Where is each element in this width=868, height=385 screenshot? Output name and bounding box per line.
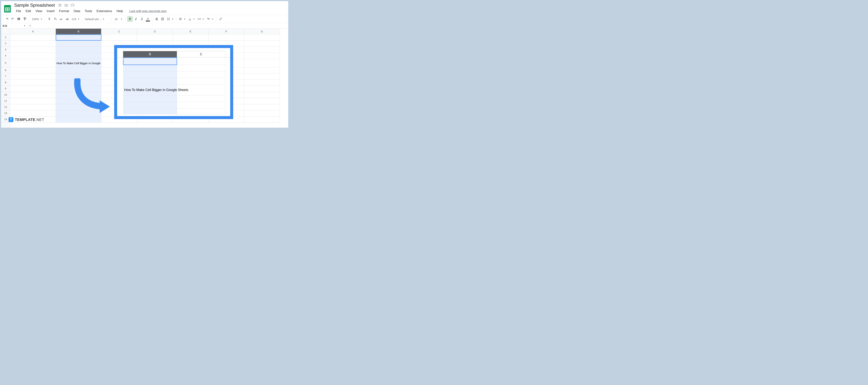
italic-button[interactable] [133, 16, 139, 22]
menu-tools[interactable]: Tools [83, 8, 94, 14]
zoom-dropdown[interactable]: 100%▼ [31, 18, 43, 21]
strikethrough-button[interactable] [139, 16, 145, 22]
cell-b5-text: How To Make Cell Bigger in Google Sheets [57, 62, 100, 65]
column-header[interactable]: D [137, 29, 173, 34]
document-title[interactable]: Sample Spreadsheet [14, 3, 55, 8]
namebox-row: B:B▼ fx [1, 23, 288, 29]
menu-help[interactable]: Help [115, 8, 125, 14]
title-icons [58, 3, 74, 7]
formula-bar[interactable]: fx [27, 24, 33, 28]
vertical-align-dropdown[interactable]: ▼ [187, 17, 196, 21]
more-formats-dropdown[interactable]: 123▼ [70, 18, 81, 21]
menu-extensions[interactable]: Extensions [95, 8, 114, 14]
format-currency-button[interactable]: $ [46, 16, 52, 22]
menu-data[interactable]: Data [72, 8, 82, 14]
horizontal-align-dropdown[interactable]: ▼ [178, 17, 187, 21]
name-box[interactable]: B:B▼ [1, 23, 27, 28]
column-headers: A B C D E F G [10, 29, 280, 34]
separator [216, 17, 216, 21]
row-header[interactable]: 1 [1, 34, 10, 40]
title-area: Sample Spreadsheet File Edit View Insert… [14, 3, 166, 15]
toolbar: 100%▼ $ % .0 .00 123▼ Default (Ari...▼ 1… [1, 15, 288, 23]
paint-format-button[interactable] [22, 16, 28, 22]
borders-button[interactable] [160, 16, 165, 22]
title-line: Sample Spreadsheet [14, 3, 166, 8]
menu-view[interactable]: View [34, 8, 44, 14]
menu-file[interactable]: File [14, 8, 23, 14]
inset-column-header-b: B [123, 51, 177, 57]
row-header[interactable]: 10 [1, 92, 10, 98]
text-rotation-dropdown[interactable]: ▼ [206, 17, 215, 21]
menu-edit[interactable]: Edit [24, 8, 33, 14]
menu-bar: File Edit View Insert Format Data Tools … [14, 8, 166, 15]
row-header[interactable]: 9 [1, 86, 10, 92]
row-header[interactable]: 2 [1, 40, 10, 47]
menu-insert[interactable]: Insert [45, 8, 57, 14]
row-header[interactable]: 7 [1, 73, 10, 80]
select-all-corner[interactable] [1, 29, 10, 34]
menu-format[interactable]: Format [57, 8, 71, 14]
row-header[interactable]: 5 [1, 59, 10, 67]
row-header[interactable]: 4 [1, 53, 10, 59]
separator [45, 17, 45, 21]
last-edit-link[interactable]: Last edit was seconds ago [129, 9, 166, 13]
watermark: T TEMPLATE.NET [8, 117, 44, 122]
increase-decimal-button[interactable]: .00 [64, 16, 70, 22]
print-button[interactable] [16, 16, 22, 22]
separator [125, 17, 126, 21]
separator [29, 17, 29, 21]
row-header[interactable]: 6 [1, 67, 10, 73]
separator [82, 17, 82, 21]
row-header[interactable]: 8 [1, 80, 10, 86]
insert-link-button[interactable] [218, 16, 223, 22]
watermark-text: TEMPLATE.NET [15, 118, 44, 122]
row-header[interactable]: 11 [1, 98, 10, 104]
redo-button[interactable] [10, 16, 16, 22]
bold-button[interactable] [127, 16, 133, 22]
inset-column-header-c: C [177, 51, 225, 57]
move-icon[interactable] [64, 3, 68, 7]
row-header[interactable]: 13 [1, 110, 10, 116]
decrease-decimal-button[interactable]: .0 [58, 16, 64, 22]
text-wrap-dropdown[interactable]: ▼ [196, 17, 205, 21]
watermark-logo-icon: T [8, 117, 13, 122]
column-header-selected[interactable]: B [56, 29, 101, 34]
separator [111, 17, 112, 21]
inset-illustration: B C How To Make Cell Bigger in Google Sh… [114, 45, 233, 119]
row-headers: 1 2 3 4 5 6 7 8 9 10 11 12 13 14 [1, 29, 10, 128]
font-dropdown[interactable]: Default (Ari...▼ [84, 18, 110, 21]
column-header[interactable]: F [209, 29, 244, 34]
cloud-status-icon[interactable] [70, 3, 74, 7]
app-frame: Sample Spreadsheet File Edit View Insert… [1, 1, 288, 128]
fill-color-button[interactable] [154, 16, 159, 22]
format-percent-button[interactable]: % [53, 16, 58, 22]
font-size-dropdown[interactable]: 10▼ [113, 18, 124, 21]
merge-cells-dropdown[interactable]: ▼ [166, 17, 175, 21]
column-header[interactable]: A [10, 29, 56, 34]
sheets-logo-icon[interactable] [3, 3, 11, 14]
undo-button[interactable] [4, 16, 10, 22]
column-header[interactable]: C [101, 29, 137, 34]
column-header[interactable]: E [173, 29, 209, 34]
title-row: Sample Spreadsheet File Edit View Insert… [1, 1, 288, 15]
row-header[interactable]: 3 [1, 47, 10, 53]
row-header[interactable]: 12 [1, 104, 10, 110]
separator [152, 17, 152, 21]
column-header[interactable]: G [244, 29, 280, 34]
text-color-button[interactable]: A [145, 16, 151, 22]
star-icon[interactable] [58, 3, 62, 7]
